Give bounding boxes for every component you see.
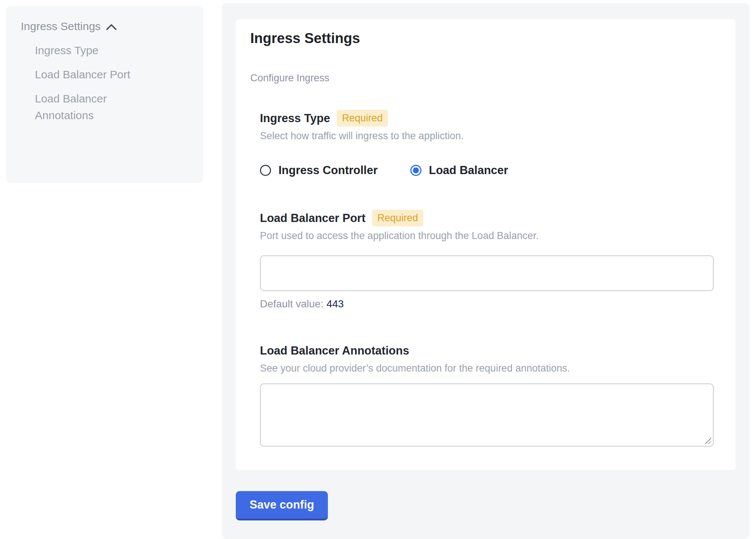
required-badge: Required xyxy=(337,110,388,127)
section-ingress-type: Ingress Type Required Select how traffic… xyxy=(260,110,714,177)
annotations-textarea-wrap xyxy=(260,383,714,447)
settings-nav: Ingress Settings Ingress Type Load Balan… xyxy=(6,6,203,183)
nav-group-ingress-settings[interactable]: Ingress Settings xyxy=(21,18,188,35)
radio-label: Ingress Controller xyxy=(278,164,378,177)
radio-label: Load Balancer xyxy=(429,164,508,177)
section-label: Ingress Type xyxy=(260,110,330,127)
section-label: Load Balancer Annotations xyxy=(260,343,409,359)
radio-option-load-balancer[interactable]: Load Balancer xyxy=(410,164,508,177)
load-balancer-port-input[interactable] xyxy=(260,255,714,291)
required-badge: Required xyxy=(372,210,423,226)
section-description: See your cloud provider’s documentation … xyxy=(260,362,714,375)
default-value-label: Default value: xyxy=(260,298,323,310)
radio-icon[interactable] xyxy=(410,165,421,176)
page-subtitle: Configure Ingress xyxy=(250,71,714,85)
save-config-button[interactable]: Save config xyxy=(236,491,328,520)
nav-item-load-balancer-annotations[interactable]: Load Balancer Annotations xyxy=(35,90,157,124)
load-balancer-annotations-textarea[interactable] xyxy=(260,383,714,447)
nav-items: Ingress Type Load Balancer Port Load Bal… xyxy=(35,42,188,124)
section-description: Port used to access the application thro… xyxy=(260,229,714,242)
section-load-balancer-port: Load Balancer Port Required Port used to… xyxy=(260,210,714,311)
section-load-balancer-annotations: Load Balancer Annotations See your cloud… xyxy=(260,343,714,447)
default-value-line: Default value:443 xyxy=(260,297,714,311)
chevron-up-icon xyxy=(106,23,117,31)
page-title: Ingress Settings xyxy=(250,30,714,47)
nav-item-load-balancer-port[interactable]: Load Balancer Port xyxy=(35,66,157,83)
section-label: Load Balancer Port xyxy=(260,210,365,226)
section-heading: Load Balancer Port Required xyxy=(260,210,714,226)
section-description: Select how traffic will ingress to the a… xyxy=(260,130,714,142)
ingress-settings-card: Ingress Settings Configure Ingress Ingre… xyxy=(236,19,736,470)
page: Ingress Settings Ingress Type Load Balan… xyxy=(0,0,756,539)
default-value: 443 xyxy=(326,298,344,310)
radio-option-ingress-controller[interactable]: Ingress Controller xyxy=(260,164,378,177)
ingress-type-options: Ingress Controller Load Balancer xyxy=(260,164,714,177)
section-heading: Load Balancer Annotations xyxy=(260,343,714,359)
radio-icon[interactable] xyxy=(260,165,271,176)
nav-item-ingress-type[interactable]: Ingress Type xyxy=(35,42,157,59)
nav-group-label: Ingress Settings xyxy=(21,18,101,35)
config-panel: Ingress Settings Configure Ingress Ingre… xyxy=(222,3,750,539)
section-heading: Ingress Type Required xyxy=(260,110,714,127)
